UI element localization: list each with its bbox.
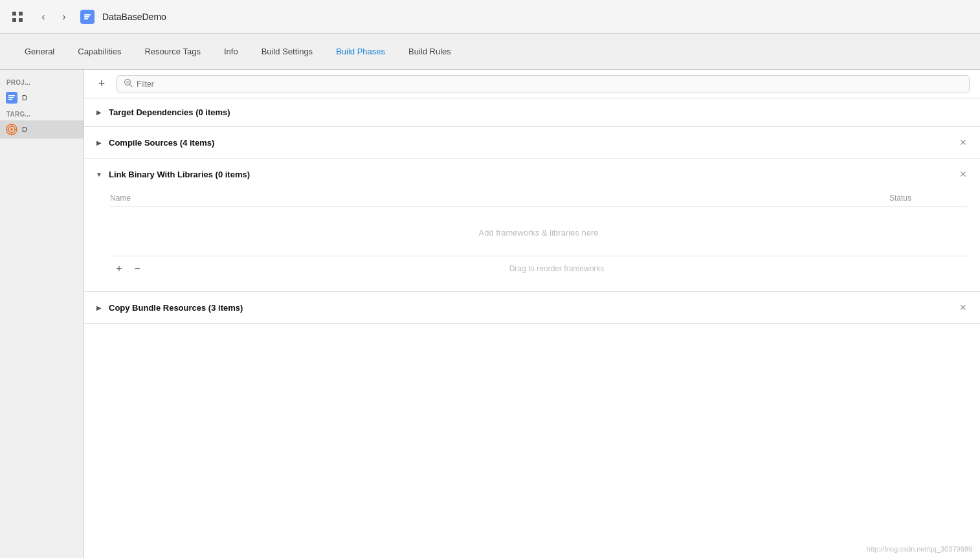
main-layout: PROJ... D TARG...: [0, 70, 980, 558]
remove-framework-button[interactable]: −: [128, 262, 146, 276]
target-icon: [5, 123, 18, 136]
tab-info[interactable]: Info: [212, 41, 250, 61]
disclosure-arrow-link: ▼: [95, 170, 104, 179]
disclosure-arrow-compile: ▶: [95, 138, 104, 147]
svg-rect-11: [8, 99, 12, 100]
phase-copy-bundle-close[interactable]: ✕: [957, 301, 970, 314]
phase-copy-bundle-title: Copy Bundle Resources (3 items): [109, 303, 952, 313]
project-title: DataBaseDemo: [102, 12, 166, 22]
svg-rect-6: [84, 16, 89, 17]
watermark: http://blog.csdn.net/qq_30379689: [867, 545, 972, 553]
add-phase-button[interactable]: +: [95, 77, 109, 91]
table-footer: + − Drag to reorder frameworks: [110, 256, 967, 281]
filter-input[interactable]: [137, 80, 963, 89]
target-section-label: TARG...: [0, 107, 84, 120]
phase-copy-bundle-header[interactable]: ▶ Copy Bundle Resources (3 items) ✕: [84, 292, 980, 323]
phase-copy-bundle: ▶ Copy Bundle Resources (3 items) ✕: [84, 292, 980, 324]
navigation-buttons: ‹ ›: [35, 8, 72, 25]
sidebar: PROJ... D TARG...: [0, 70, 84, 558]
back-button[interactable]: ‹: [35, 8, 52, 25]
project-item-text: D: [22, 94, 27, 102]
tab-build-rules[interactable]: Build Rules: [397, 41, 463, 61]
svg-line-20: [130, 85, 133, 87]
project-section-label: PROJ...: [0, 75, 84, 89]
empty-frameworks-hint: Add frameworks & libraries here: [110, 207, 967, 256]
disclosure-arrow-copy: ▶: [95, 303, 104, 312]
sidebar-item-target[interactable]: D: [0, 120, 84, 139]
add-framework-button[interactable]: +: [110, 262, 128, 276]
phase-target-dependencies: ▶ Target Dependencies (0 items): [84, 98, 980, 127]
tab-build-settings[interactable]: Build Settings: [250, 41, 325, 61]
tab-resource-tags[interactable]: Resource Tags: [133, 41, 212, 61]
table-header: Name Status: [110, 190, 967, 207]
phase-target-dependencies-header[interactable]: ▶ Target Dependencies (0 items): [84, 98, 980, 126]
grid-button[interactable]: [8, 7, 27, 27]
disclosure-arrow-target-deps: ▶: [95, 108, 104, 117]
tab-general[interactable]: General: [13, 41, 66, 61]
phase-compile-sources-header[interactable]: ▶ Compile Sources (4 items) ✕: [84, 127, 980, 158]
svg-rect-9: [8, 95, 15, 96]
phase-target-dependencies-title: Target Dependencies (0 items): [109, 107, 970, 117]
forward-button[interactable]: ›: [56, 8, 72, 25]
project-file-icon: [5, 91, 18, 104]
svg-rect-2: [12, 18, 16, 22]
content-area: + ▶ Target Dependencies (0 items): [84, 70, 980, 558]
svg-rect-1: [19, 12, 23, 16]
phase-compile-sources: ▶ Compile Sources (4 items) ✕: [84, 127, 980, 159]
phase-link-binary-close[interactable]: ✕: [957, 168, 970, 181]
filter-icon: [124, 78, 133, 89]
phase-link-binary: ▼ Link Binary With Libraries (0 items) ✕…: [84, 159, 980, 292]
svg-rect-0: [12, 12, 16, 16]
project-icon: [80, 10, 95, 24]
svg-rect-3: [19, 18, 23, 22]
svg-rect-5: [84, 14, 91, 16]
phase-link-binary-body: Name Status Add frameworks & libraries h…: [84, 190, 980, 291]
col-name-header: Name: [110, 194, 889, 203]
drag-reorder-hint: Drag to reorder frameworks: [146, 264, 967, 273]
svg-rect-10: [8, 97, 14, 98]
tab-build-phases[interactable]: Build Phases: [324, 41, 397, 61]
sidebar-item-project[interactable]: D: [0, 89, 84, 107]
svg-point-14: [10, 128, 13, 131]
phase-link-binary-header[interactable]: ▼ Link Binary With Libraries (0 items) ✕: [84, 159, 980, 190]
tab-bar: General Capabilities Resource Tags Info …: [0, 34, 980, 70]
target-item-text: D: [22, 126, 27, 133]
col-status-header: Status: [889, 194, 967, 203]
content-toolbar: +: [84, 70, 980, 98]
svg-rect-7: [84, 18, 88, 19]
phase-compile-sources-title: Compile Sources (4 items): [109, 138, 952, 148]
titlebar: ‹ › DataBaseDemo: [0, 0, 980, 34]
tab-capabilities[interactable]: Capabilities: [66, 41, 133, 61]
phase-link-binary-title: Link Binary With Libraries (0 items): [109, 170, 952, 179]
phase-compile-sources-close[interactable]: ✕: [957, 136, 970, 149]
filter-container: [117, 75, 970, 93]
